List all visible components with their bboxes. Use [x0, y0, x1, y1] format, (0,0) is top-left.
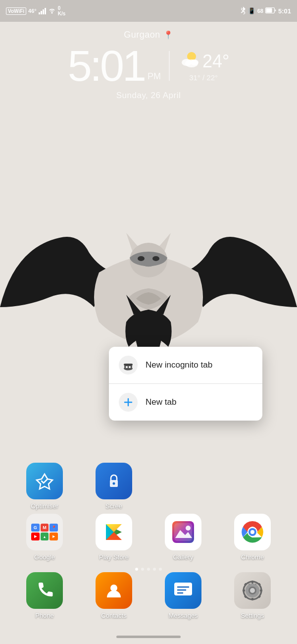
- home-pill[interactable]: [116, 636, 181, 638]
- chrome-label: Chrome: [241, 553, 264, 561]
- signal-bars: [39, 7, 46, 14]
- data-speed: 0K/s: [58, 5, 66, 16]
- svg-rect-22: [124, 364, 133, 366]
- optimiser-label: Optimiser: [31, 502, 58, 510]
- vowifi-indicator: VoWiFi: [6, 7, 26, 15]
- location-pin-icon: 📍: [163, 30, 173, 40]
- page-dot-1[interactable]: [135, 568, 138, 571]
- screen-icon: [96, 463, 132, 499]
- svg-rect-39: [251, 581, 253, 583]
- context-menu: New incognito tab New tab: [109, 347, 262, 421]
- app-item-google[interactable]: G M 📍 ▶ ▲ ▶ Google: [17, 514, 72, 561]
- app-item-chrome[interactable]: Chrome: [225, 514, 280, 561]
- phone-icon: [26, 572, 63, 609]
- chrome-icon: [234, 514, 271, 550]
- svg-point-15: [186, 526, 191, 531]
- svg-point-7: [191, 59, 198, 65]
- status-right: 📳 68 5:01: [240, 6, 291, 16]
- app-grid: Optimiser Scree G M 📍: [0, 463, 297, 565]
- time-status: 5:01: [278, 7, 291, 15]
- page-dot-3[interactable]: [147, 568, 150, 571]
- messages-label: Messages: [168, 612, 198, 619]
- app-item-playstore[interactable]: Play Store: [87, 514, 141, 561]
- dock-item-phone[interactable]: Phone: [17, 572, 72, 619]
- app-item-optimiser[interactable]: Optimiser: [17, 463, 72, 510]
- playstore-icon: [96, 514, 132, 550]
- svg-line-0: [241, 9, 243, 11]
- app-item-gallery[interactable]: Gallery: [156, 514, 210, 561]
- messages-icon: [165, 572, 201, 609]
- svg-point-23: [126, 366, 128, 368]
- google-label: Google: [34, 553, 55, 561]
- svg-point-24: [129, 366, 131, 368]
- incognito-label: New incognito tab: [146, 360, 212, 370]
- gallery-label: Gallery: [173, 553, 193, 561]
- page-dot-5[interactable]: [159, 568, 162, 571]
- page-dots: [0, 568, 297, 571]
- clock-date: Sunday, 26 April: [0, 91, 297, 101]
- optimiser-icon: [26, 463, 63, 499]
- time-weather-divider: [169, 51, 170, 81]
- incognito-icon-wrap: [119, 356, 138, 375]
- svg-rect-40: [251, 598, 253, 600]
- temp-range: 31° / 22°: [189, 73, 218, 82]
- signal-strength: 46°: [28, 8, 37, 14]
- page-dot-4[interactable]: [153, 568, 156, 571]
- google-icon: G M 📍 ▶ ▲ ▶: [26, 514, 63, 550]
- new-tab-label: New tab: [146, 397, 176, 407]
- bluetooth-icon: [240, 6, 246, 16]
- svg-rect-28: [174, 583, 192, 595]
- app-item-screen[interactable]: Scree: [87, 463, 141, 510]
- svg-point-19: [250, 530, 254, 534]
- clock-ampm: PM: [148, 71, 161, 82]
- wifi-icon: [48, 7, 56, 15]
- location-text: Gurgaon: [124, 30, 160, 40]
- weather-icon: [178, 51, 199, 72]
- playstore-label: Play Store: [99, 553, 129, 561]
- screen-label: Scree: [105, 502, 122, 510]
- contacts-label: Contacts: [101, 612, 126, 619]
- svg-rect-42: [260, 590, 262, 591]
- battery-icon: [265, 7, 276, 15]
- weather-widget: 24° 31° / 22°: [178, 51, 229, 82]
- app-row-1: Optimiser Scree: [10, 463, 287, 510]
- clock-widget: Gurgaon 📍 5:01 PM 24° 31°: [0, 30, 297, 101]
- menu-item-new-tab[interactable]: New tab: [109, 384, 262, 421]
- settings-label: Settings: [241, 612, 264, 619]
- status-bar: VoWiFi 46° 0K/s 📳 6: [0, 0, 297, 22]
- dock: Phone Contacts Messages: [0, 572, 297, 619]
- plus-icon-wrap: [119, 393, 138, 412]
- svg-point-12: [113, 483, 115, 485]
- menu-item-incognito[interactable]: New incognito tab: [109, 347, 262, 383]
- svg-point-9: [138, 256, 145, 261]
- phone-label: Phone: [35, 612, 54, 619]
- contacts-icon: [96, 572, 132, 609]
- svg-rect-41: [243, 590, 245, 591]
- batman-illustration: [0, 208, 297, 367]
- page-dot-2[interactable]: [141, 568, 144, 571]
- svg-point-38: [250, 588, 255, 593]
- svg-point-27: [110, 585, 117, 591]
- status-left: VoWiFi 46° 0K/s: [6, 5, 65, 16]
- dock-item-contacts[interactable]: Contacts: [87, 572, 141, 619]
- battery-level: 68: [257, 8, 263, 14]
- svg-rect-14: [174, 523, 192, 541]
- vibrate-icon: 📳: [248, 7, 255, 14]
- svg-point-10: [152, 256, 159, 261]
- dock-item-settings[interactable]: Settings: [225, 572, 280, 619]
- app-row-2: G M 📍 ▶ ▲ ▶ Google: [10, 514, 287, 561]
- settings-icon: [234, 572, 271, 609]
- clock-time: 5:01: [68, 44, 145, 88]
- svg-rect-3: [266, 8, 272, 12]
- temp-main: 24°: [202, 51, 229, 72]
- gallery-icon: [165, 514, 201, 550]
- dock-item-messages[interactable]: Messages: [156, 572, 210, 619]
